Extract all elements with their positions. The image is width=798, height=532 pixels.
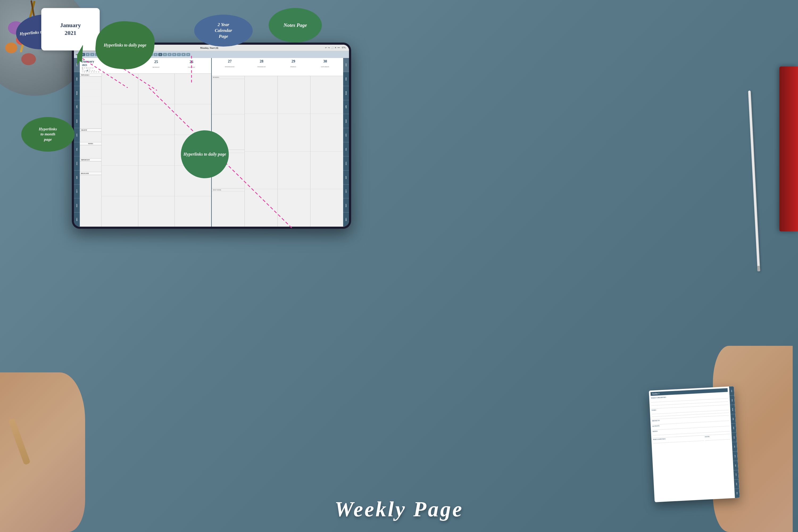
day-25-cell-2[interactable] (138, 104, 175, 135)
day-30-cell-4[interactable] (310, 189, 343, 227)
export-icon[interactable]: ⬜ (331, 46, 334, 49)
month-aug[interactable]: AUG (74, 156, 80, 171)
r-month-jan[interactable]: JAN (343, 58, 349, 72)
day-24-cell-5[interactable] (101, 196, 138, 227)
day-27-cell-1[interactable] (212, 79, 244, 114)
r-month-oct[interactable]: OCT (343, 184, 349, 198)
goals-lines (80, 77, 101, 129)
goal-line-6[interactable] (80, 109, 101, 115)
day-28-header[interactable]: 28 Thursday (246, 59, 278, 75)
day-25-cell-1[interactable] (138, 74, 175, 104)
goal-line-4[interactable] (80, 96, 101, 102)
r-month-dec[interactable]: DEC (343, 212, 349, 227)
tab-3-2021[interactable]: 3 (90, 53, 94, 56)
important-area[interactable] (80, 162, 101, 172)
callout-2-year-calendar: 2 YearCalendarPage (194, 15, 253, 46)
urgent-area[interactable] (80, 132, 101, 142)
day-29-cell-3[interactable] (278, 152, 310, 189)
day-26-header[interactable]: 26 Tuesday (174, 60, 209, 69)
r-month-nov[interactable]: NOV (343, 198, 349, 212)
topbar-right: ↩ ↪ ⬜ ✕ ••• 97% (325, 46, 346, 49)
day-col-29 (278, 76, 311, 227)
r-month-jun[interactable]: JUN (343, 128, 349, 142)
day-29-cell-4[interactable] (278, 189, 310, 227)
day-28-cell-3[interactable] (245, 152, 278, 189)
redo-icon[interactable]: ↪ (328, 46, 330, 49)
month-jun[interactable]: JUN (74, 128, 80, 142)
r-month-sep[interactable]: SEP (343, 171, 349, 185)
month-feb[interactable]: FEB (74, 72, 80, 86)
callout-hyperlinks-monthly: Hyperlinksto monthpage (21, 117, 75, 152)
goal-line-7[interactable] (80, 115, 101, 122)
tab-2-2021[interactable]: 2 (86, 53, 90, 56)
month-apr[interactable]: APR (74, 100, 80, 114)
week-title-block: January 2021 M T W T F S (82, 59, 103, 73)
day-26-cell-5[interactable] (175, 196, 211, 227)
ch-f: F (91, 67, 91, 69)
day-28-cell-4[interactable] (245, 189, 278, 227)
day-25-cell-3[interactable] (138, 135, 175, 166)
sidebar-months-left: JAN FEB MAR APR MAY JUN JUL AUG SEP OCT … (74, 58, 80, 227)
day-28-cell-1[interactable] (245, 76, 278, 114)
month-jan[interactable]: JAN (74, 58, 80, 72)
tab-8-2022[interactable]: 8 (182, 53, 186, 56)
day-30-cell-3[interactable] (310, 152, 343, 189)
more-icon[interactable]: ••• (338, 46, 340, 49)
day-30-cell-1[interactable] (310, 76, 343, 114)
day-25-cell-4[interactable] (138, 166, 175, 196)
goal-line-8[interactable] (80, 122, 101, 128)
tab-9-2022[interactable]: 9 (186, 53, 190, 56)
callout-january-2021-text: January2021 (60, 22, 81, 37)
tab-2-2022[interactable]: 2 (153, 53, 158, 56)
day-28-cell-2[interactable] (245, 114, 278, 152)
callout-hyperlinks-daily-mid: Hyperlinks to daily page (181, 130, 229, 178)
undo-icon[interactable]: ↩ (325, 46, 327, 49)
day-29-cell-2[interactable] (278, 114, 310, 152)
day-25-cell-5[interactable] (138, 196, 175, 227)
sp-content: Sunday 3 Today's Priorities Tasks Projec… (649, 386, 737, 445)
goal-line-1[interactable] (80, 77, 101, 83)
paint-blob-darkred (21, 53, 36, 65)
month-mar[interactable]: MAR (74, 86, 80, 100)
r-month-mar[interactable]: MAR (343, 86, 349, 100)
day-30-header[interactable]: 30 Saturday (309, 59, 341, 75)
delegate-area[interactable] (80, 175, 101, 227)
tab-5-2022[interactable]: 5 (168, 53, 172, 56)
year-display: 2021 (82, 63, 103, 66)
day-24-cell-1[interactable] (101, 74, 138, 104)
year-2021[interactable]: 2021 (76, 54, 79, 56)
tab-3-2022[interactable]: 3 (158, 53, 163, 56)
month-oct[interactable]: OCT (74, 184, 80, 198)
goal-line-3[interactable] (80, 90, 101, 96)
r-month-jul[interactable]: JUL (343, 142, 349, 156)
tab-4-2022[interactable]: 4 (163, 53, 167, 56)
day-29-cell-1[interactable] (278, 76, 310, 114)
day-29-header[interactable]: 29 Friday (278, 59, 309, 75)
month-nov[interactable]: NOV (74, 198, 80, 212)
tab-7-2022[interactable]: 7 (177, 53, 181, 56)
tab-6-2022[interactable]: 6 (172, 53, 176, 56)
month-jul[interactable]: JUL (74, 142, 80, 156)
month-may[interactable]: MAY (74, 114, 80, 128)
r-month-apr[interactable]: APR (343, 100, 349, 114)
day-30-cell-2[interactable] (310, 114, 343, 152)
day-27-cell-4[interactable] (212, 191, 244, 227)
goal-line-2[interactable] (80, 83, 101, 89)
callout-hyperlinks-daily-mid-text: Hyperlinks to daily page (184, 152, 226, 157)
month-sep[interactable]: SEP (74, 171, 80, 185)
day-24-cell-3[interactable] (101, 135, 138, 166)
right-day-columns: Pending Decisions Next Week (212, 76, 343, 227)
r-month-may[interactable]: MAY (343, 114, 349, 128)
r-month-aug[interactable]: AUG (343, 156, 349, 171)
notes-area[interactable] (80, 145, 101, 158)
day-24-cell-2[interactable] (101, 104, 138, 135)
tab-1-2021[interactable]: 1 (81, 53, 85, 56)
day-24-cell-4[interactable] (101, 166, 138, 196)
r-month-feb[interactable]: FEB (343, 72, 349, 86)
day-26-cell-1[interactable] (175, 74, 211, 104)
day-27-header[interactable]: 27 Wednesday (214, 59, 246, 75)
close-icon[interactable]: ✕ (335, 46, 337, 49)
month-dec[interactable]: DEC (74, 212, 80, 227)
paint-blob-orange (5, 42, 17, 53)
goal-line-5[interactable] (80, 102, 101, 109)
